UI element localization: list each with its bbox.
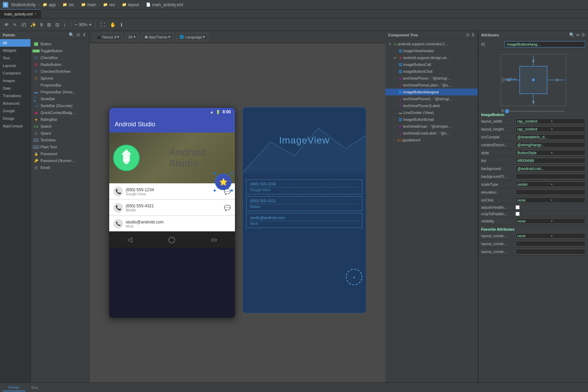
tree-item-textview-phone[interactable]: · Ab textViewPhone - "@string/... (385, 75, 478, 82)
back-button[interactable]: ◁ (127, 236, 132, 243)
backgroundti-input[interactable] (516, 174, 585, 179)
tree-item-textview-email[interactable]: · Ab textViewEmail - "@string/e... (385, 123, 478, 130)
palette-item-togglebutton[interactable]: on|off ToggleButton (31, 47, 89, 54)
zoom-in-button[interactable]: + (89, 22, 92, 28)
palette-item-radiobutton[interactable]: ⦿ RadioButton (31, 61, 89, 68)
tree-item-imgbtn-email[interactable]: · 🖼 imageButtonEmail (385, 116, 478, 123)
code-button[interactable]: ⟨/⟩ (20, 21, 27, 28)
srccompat-input[interactable] (516, 134, 585, 140)
adjustviewbo-checkbox[interactable] (516, 205, 520, 209)
palette-item-seekbar-discrete[interactable]: —| SeekBar (Discrete) (31, 102, 89, 109)
magic-button[interactable]: ✨ (29, 21, 37, 28)
breadcrumb-src[interactable]: 📁 src (63, 2, 74, 7)
fav-1-dropdown[interactable]: none ▼ (516, 233, 585, 239)
breadcrumb-file[interactable]: 📄 main_activity.xml (146, 2, 183, 7)
fav-3-input[interactable] (516, 249, 585, 254)
croptopaddin-checkbox[interactable] (516, 212, 520, 216)
resize-button[interactable]: ↕ (62, 21, 67, 28)
device-selector[interactable]: 📱 Nexus 4 ▾ (93, 33, 122, 41)
align-button[interactable]: ⊟ (54, 21, 61, 28)
fav-2-input[interactable] (516, 241, 585, 246)
attr-settings-button[interactable]: ⚙ (581, 32, 585, 37)
palette-item-switch[interactable]: ⊏● Switch (31, 123, 89, 130)
palette-item-checkedtextview[interactable]: ✔ CheckedTextView (31, 68, 89, 75)
palette-item-password-num[interactable]: 🔑 Password (Numeri... (31, 157, 89, 164)
pan-button[interactable]: ✋ (109, 21, 117, 28)
scaletype-dropdown[interactable]: center ▼ (516, 182, 585, 187)
api-selector[interactable]: 26 ▾ (125, 33, 138, 41)
onclick-dropdown[interactable]: none ▼ (516, 197, 585, 203)
fab-button[interactable]: ⭐ (215, 174, 231, 190)
recents-button[interactable]: ▭ (211, 236, 217, 243)
palette-search-button[interactable]: 🔍 (69, 32, 74, 37)
palette-settings-button[interactable]: ⚙ (76, 32, 80, 37)
palette-item-plaintext[interactable]: abc Plain Text (31, 143, 89, 150)
comp-tree-add-button[interactable]: ⚙ (466, 32, 470, 37)
palette-item-textview[interactable]: Ab TextView (31, 137, 89, 143)
palette-item-checkbox[interactable]: ☑ CheckBox (31, 54, 89, 61)
cursor-button[interactable]: ↖ (12, 21, 19, 28)
grid-button[interactable]: ⊞ (46, 21, 53, 28)
palette-cat-transitions[interactable]: Transitions (0, 92, 31, 100)
palette-cat-all[interactable]: All (0, 39, 31, 47)
comp-tree-expand-button[interactable]: ⬆ (471, 32, 475, 37)
contentdescri-input[interactable] (516, 142, 585, 148)
palette-item-seekbar[interactable]: —● SeekBar (31, 95, 89, 102)
tint-input[interactable] (516, 158, 585, 163)
tree-item-imageviewheader[interactable]: · 🖼 imageViewHeader (385, 47, 478, 54)
background-input[interactable] (516, 166, 585, 171)
editor-canvas[interactable]: ▲ 🔋 8:00 Android Studio (89, 43, 385, 382)
tree-item-design-widget[interactable]: ⊕ ⊕ android.support.design.wi... (385, 54, 478, 61)
visibility-dropdown[interactable]: none ▼ (516, 218, 585, 224)
palette-item-progressbar[interactable]: ◌ ProgressBar (31, 82, 89, 89)
tree-item-textview-phone2label[interactable]: · Ab textViewPhone2Label (385, 102, 478, 109)
design-tab[interactable]: Design (3, 384, 25, 391)
style-dropdown[interactable]: ButtonStyle ▼ (516, 150, 585, 155)
text-tab[interactable]: Text (25, 384, 43, 391)
palette-cat-google[interactable]: Google (0, 107, 31, 115)
tree-item-imgbtn-call[interactable]: · 🖼 imageButtonCall (385, 61, 478, 68)
palette-cat-images[interactable]: Images (0, 77, 31, 84)
theme-selector[interactable]: ◉ AppTheme ▾ (142, 33, 174, 41)
palette-item-password[interactable]: 🔒 Password (31, 150, 89, 157)
palette-item-ratingbar[interactable]: ★ RatingBar (31, 116, 89, 123)
tree-item-guideline[interactable]: · |—| guideline4 (385, 137, 478, 143)
language-selector[interactable]: 🌐 Language ▾ (176, 33, 208, 41)
tree-item-imgbtn-chat[interactable]: · 🖼 imageButtonChat (385, 68, 478, 75)
palette-item-email[interactable]: @ Email (31, 164, 89, 171)
palette-item-quickcontact[interactable]: ◉ QuickContactBadg... (31, 109, 89, 116)
close-tab-button[interactable]: × (35, 12, 37, 16)
breadcrumb-main[interactable]: 📁 main (81, 2, 96, 7)
palette-cat-widgets[interactable]: Widgets (0, 47, 31, 54)
home-button[interactable]: ◯ (168, 236, 175, 243)
tree-item-imgbtn-hangout[interactable]: · 🖼 imageButtonHangout (385, 89, 478, 95)
palette-item-progressbar-horiz[interactable]: ▬ ProgressBar (Horiz... (31, 89, 89, 95)
palette-cat-text[interactable]: Text (0, 54, 31, 62)
palette-cat-layouts[interactable]: Layouts (0, 62, 31, 69)
eight-button[interactable]: 8 (39, 21, 44, 28)
tree-item-linedivider[interactable]: · ▬ LineDivider (View) (385, 109, 478, 116)
breadcrumb-res[interactable]: 📁 res (103, 2, 115, 7)
fullscreen-button[interactable]: ⛶ (99, 21, 106, 28)
palette-cat-date[interactable]: Date (0, 84, 31, 92)
elevation-input[interactable] (516, 189, 585, 195)
tree-item-constraint[interactable]: ▼ ⊡ android.support.constraint.C... (385, 41, 478, 47)
tree-item-textview-phone2[interactable]: · Ab textViewPhone2 - "@string/... (385, 95, 478, 102)
palette-item-button[interactable]: ok Button (31, 41, 89, 47)
breadcrumb-app[interactable]: 📁 app (43, 2, 56, 7)
attr-search-button[interactable]: 🔍 (569, 32, 575, 37)
palette-cat-design[interactable]: Design (0, 115, 31, 122)
tree-item-textview-emaillabel[interactable]: · Ab textViewEmailLabel - "@s... (385, 130, 478, 137)
palette-item-space[interactable]: ⊡ Space (31, 130, 89, 137)
info-button[interactable]: ℹ (119, 21, 124, 28)
palette-item-spinner[interactable]: ▽ Spinner (31, 75, 89, 82)
constraint-slider[interactable] (505, 111, 565, 112)
active-file-tab[interactable]: main_activity.xml × (0, 9, 41, 18)
zoom-out-button[interactable]: − (75, 22, 78, 28)
layout-height-dropdown[interactable]: rap_content ▼ (516, 126, 585, 132)
tree-item-textview-phone-label[interactable]: · Ab textViewPhoneLabel - "@s... (385, 82, 478, 89)
layout-width-dropdown[interactable]: rap_content ▼ (516, 118, 585, 124)
palette-cat-appcompat[interactable]: AppCompat (0, 122, 31, 130)
palette-cat-advanced[interactable]: Advanced (0, 100, 31, 107)
eye-button[interactable]: 👁 (3, 21, 10, 28)
